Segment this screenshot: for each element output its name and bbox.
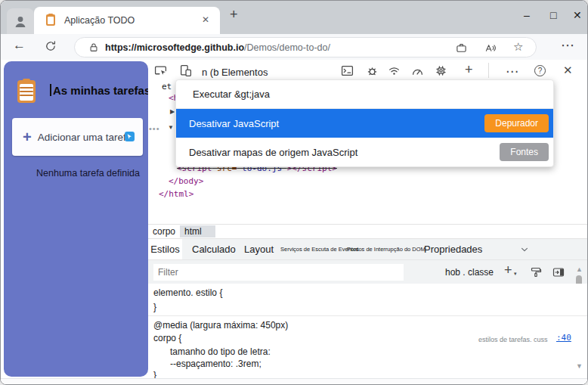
sources-badge: Fontes (500, 143, 549, 161)
new-tab-button[interactable]: + (230, 7, 238, 23)
device-toolbar-icon[interactable] (179, 64, 192, 77)
dom-html-close-tag[interactable]: </html> (159, 189, 193, 199)
command-input[interactable]: Executar &gt;java (176, 80, 553, 109)
todo-sidebar: As minhas tarefas + Adicionar uma tarefa… (4, 61, 148, 377)
palette-item-disable-sourcemaps[interactable]: Desativar mapas de origem JavaScript Fon… (176, 138, 553, 166)
breadcrumb-html[interactable]: html (180, 225, 215, 238)
add-panel-button[interactable]: + (465, 62, 473, 78)
tab-title: Aplicação TODO (64, 15, 135, 26)
touch-cursor-badge (125, 132, 135, 141)
devtools-pane: n (b Elementos + ⋯ ? ✕ et <ht ▶ ••• ▼ <s… (148, 60, 588, 385)
toolbar-divider (488, 63, 489, 78)
url-origin: https://microsoftedge.github.io (105, 42, 244, 53)
maximize-button[interactable]: □ (550, 9, 556, 21)
dom-fragment[interactable]: et (162, 82, 172, 92)
devtools-more-icon[interactable]: ⋯ (506, 64, 519, 79)
stylesheet-line-link[interactable]: :40 (556, 333, 571, 343)
dom-overflow-dots[interactable]: ••• (149, 124, 160, 133)
bug-icon[interactable] (366, 64, 379, 77)
rule-divider (148, 315, 588, 316)
tab-styles[interactable]: Estilos (148, 239, 182, 259)
collapse-arrow-icon[interactable]: ▶ (170, 108, 175, 115)
format-painter-icon[interactable] (530, 266, 542, 278)
add-task-button[interactable]: + Adicionar uma tarefa (12, 118, 143, 156)
tab-layout[interactable]: Layout (244, 244, 274, 255)
minimize-button[interactable]: – (524, 9, 530, 21)
clipboard-icon (17, 80, 36, 103)
show-sidebar-icon[interactable] (552, 266, 565, 278)
todo-heading: As minhas tarefas (53, 84, 150, 97)
devtools-tab-elements[interactable]: n (b Elementos (202, 67, 268, 78)
url-text[interactable]: https://microsoftedge.github.io/Demos/de… (105, 42, 330, 53)
debugger-badge: Depurador (484, 114, 549, 132)
expand-arrow-icon[interactable]: ▼ (168, 124, 174, 131)
chevron-down-icon[interactable] (520, 245, 529, 254)
url-path: /Demos/demo-to-do/ (244, 42, 330, 53)
pseudo-class-toggle[interactable]: hob . classe (445, 267, 494, 278)
address-bar[interactable]: https://microsoftedge.github.io/Demos/de… (74, 37, 537, 57)
browser-toolbar: ← https://microsoftedge.github.io/Demos/… (1, 34, 588, 60)
memory-chip-icon[interactable] (435, 64, 447, 77)
console-drawer-icon[interactable] (341, 64, 354, 77)
filter-input[interactable] (153, 264, 404, 281)
profile-avatar[interactable] (7, 8, 34, 34)
declaration-font-size[interactable]: tamanho do tipo de letra: (170, 346, 271, 357)
browser-tab[interactable]: Aplicação TODO ✕ (34, 7, 220, 34)
tab-dom-breakpoints[interactable]: Pontos de Interrupção do DOM (347, 246, 426, 253)
media-query[interactable]: @media (largura máxima: 450px) (153, 320, 288, 331)
breadcrumb: corpo html (148, 224, 588, 239)
back-button[interactable]: ← (13, 38, 26, 53)
new-rule-caret-icon: ▾ (514, 271, 517, 277)
inline-style-close: } (153, 302, 156, 312)
tab-properties[interactable]: Propriedades (424, 244, 482, 255)
browser-menu-icon[interactable]: ⋯ (561, 37, 575, 54)
dom-body-close-tag[interactable]: </body> (169, 176, 203, 186)
inline-style-selector[interactable]: elemento. estilo { (153, 287, 222, 298)
new-style-rule-icon[interactable]: + (504, 262, 512, 278)
stylesheet-name: estilos de tarefas. cuss (478, 336, 548, 343)
tab-strip: Aplicação TODO ✕ + – □ ✕ (1, 1, 588, 34)
window-close-button[interactable]: ✕ (573, 9, 582, 21)
browser-window: Aplicação TODO ✕ + – □ ✕ ← https://micro… (0, 0, 588, 385)
person-icon (13, 14, 28, 28)
sidebar-panel-tabs: Estilos Calculado Layout Serviços de Esc… (148, 239, 588, 259)
tab-close-icon[interactable]: ✕ (202, 14, 209, 25)
declaration-spacing[interactable]: --espaçamento: .3rem; (170, 359, 262, 369)
palette-item-disable-javascript[interactable]: Desativar JavaScript Depurador (176, 109, 553, 138)
help-icon[interactable]: ? (534, 65, 546, 76)
devtools-close-icon[interactable]: ✕ (563, 64, 573, 77)
styles-filter-bar: hob . classe + ▾ ▲ (148, 259, 588, 284)
styles-pane: elemento. estilo { } @media (largura máx… (148, 284, 588, 378)
add-task-label: Adicionar uma tarefa (38, 132, 132, 143)
scrollbar-up-icon[interactable]: ▲ (576, 265, 583, 273)
lock-icon (88, 42, 99, 53)
plus-icon: + (23, 129, 32, 146)
inspect-element-icon[interactable] (154, 64, 167, 77)
performance-gauge-icon[interactable] (411, 64, 424, 77)
window-bottom-edge (1, 378, 588, 385)
workspaces-icon[interactable] (456, 42, 467, 54)
refresh-button[interactable] (45, 40, 57, 52)
breadcrumb-body[interactable]: corpo (148, 225, 180, 238)
text-caret (50, 84, 51, 96)
tab-computed[interactable]: Calculado (192, 244, 236, 255)
todo-favicon-icon (46, 14, 55, 26)
body-rule-selector[interactable]: corpo { (153, 333, 181, 343)
read-aloud-icon[interactable] (484, 42, 497, 54)
command-palette: Executar &gt;java Desativar JavaScript D… (175, 79, 554, 167)
network-wifi-icon[interactable] (388, 64, 401, 77)
favorites-star-icon[interactable]: ☆ (513, 40, 523, 54)
scrollbar-down-icon[interactable]: ▼ (576, 362, 583, 370)
empty-state-message: Nenhuma tarefa definida (36, 168, 140, 179)
